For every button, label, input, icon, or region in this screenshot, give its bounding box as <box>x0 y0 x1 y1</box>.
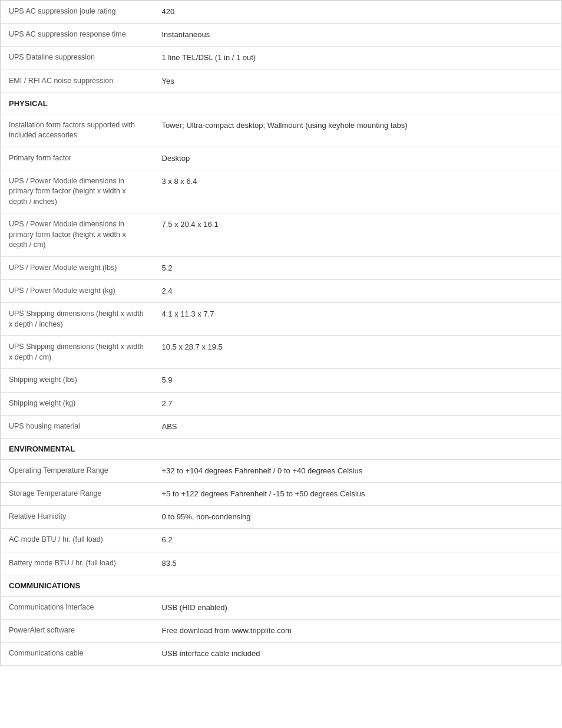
spec-row: UPS / Power Module dimensions in primary… <box>1 213 562 257</box>
spec-label: Communications cable <box>1 643 154 666</box>
spec-row: Primary form factorDesktop <box>1 147 562 170</box>
spec-label: Relative Humidity <box>1 506 154 529</box>
spec-label: UPS Shipping dimensions (height x width … <box>1 303 154 336</box>
spec-value: +32 to +104 degrees Fahrenheit / 0 to +4… <box>154 459 562 482</box>
spec-label: PowerAlert software <box>1 620 154 643</box>
spec-value: 6.2 <box>154 529 562 552</box>
spec-label: Communications interface <box>1 596 154 619</box>
spec-row: PowerAlert softwareFree download from ww… <box>1 620 562 643</box>
spec-label: AC mode BTU / hr. (full load) <box>1 529 154 552</box>
spec-value: Tower; Ultra-compact desktop; Wallmount … <box>154 114 562 147</box>
spec-row: UPS Dataline suppression1 line TEL/DSL (… <box>1 47 562 70</box>
section-header: PHYSICAL <box>1 93 562 114</box>
section-title: PHYSICAL <box>1 93 562 114</box>
spec-label: UPS Dataline suppression <box>1 47 154 70</box>
spec-label: UPS / Power Module dimensions in primary… <box>1 170 154 213</box>
spec-row: Operating Temperature Range+32 to +104 d… <box>1 459 562 482</box>
spec-row: Shipping weight (lbs)5.9 <box>1 369 562 392</box>
spec-label: UPS AC suppression joule rating <box>1 1 154 24</box>
section-title: COMMUNICATIONS <box>1 575 562 596</box>
spec-label: UPS AC suppression response time <box>1 24 154 47</box>
spec-label: Battery mode BTU / hr. (full load) <box>1 552 154 575</box>
spec-label: Installation form factors supported with… <box>1 114 154 147</box>
spec-label: Primary form factor <box>1 147 154 170</box>
spec-row: UPS AC suppression response timeInstanta… <box>1 24 562 47</box>
spec-label: Shipping weight (kg) <box>1 392 154 415</box>
spec-row: UPS housing materialABS <box>1 415 562 438</box>
spec-label: EMI / RFI AC noise suppression <box>1 70 154 93</box>
spec-label: UPS / Power Module dimensions in primary… <box>1 213 154 257</box>
spec-row: Battery mode BTU / hr. (full load)83.5 <box>1 552 562 575</box>
spec-value: 2.4 <box>154 280 562 303</box>
spec-value: ABS <box>154 415 562 438</box>
spec-label: UPS Shipping dimensions (height x width … <box>1 336 154 369</box>
spec-value: 83.5 <box>154 552 562 575</box>
spec-value: 4.1 x 11.3 x 7.7 <box>154 303 562 336</box>
spec-value: 10.5 x 28.7 x 19.5 <box>154 336 562 369</box>
spec-table: UPS AC suppression joule rating420UPS AC… <box>0 0 562 666</box>
spec-value: Instantaneous <box>154 24 562 47</box>
spec-value: USB (HID enabled) <box>154 596 562 619</box>
spec-row: AC mode BTU / hr. (full load)6.2 <box>1 529 562 552</box>
spec-row: Shipping weight (kg)2.7 <box>1 392 562 415</box>
spec-value: Free download from www.tripplite.com <box>154 620 562 643</box>
spec-value: 2.7 <box>154 392 562 415</box>
section-title: ENVIRONMENTAL <box>1 438 562 459</box>
spec-value: 420 <box>154 1 562 24</box>
spec-value: +5 to +122 degrees Fahrenheit / -15 to +… <box>154 483 562 506</box>
spec-row: Storage Temperature Range+5 to +122 degr… <box>1 483 562 506</box>
spec-row: UPS Shipping dimensions (height x width … <box>1 336 562 369</box>
spec-row: UPS / Power Module weight (lbs)5.2 <box>1 256 562 279</box>
section-header: COMMUNICATIONS <box>1 575 562 596</box>
spec-row: UPS / Power Module dimensions in primary… <box>1 170 562 213</box>
spec-row: Communications interfaceUSB (HID enabled… <box>1 596 562 619</box>
spec-label: UPS / Power Module weight (lbs) <box>1 256 154 279</box>
spec-value: 5.2 <box>154 256 562 279</box>
spec-row: UPS AC suppression joule rating420 <box>1 1 562 24</box>
spec-value: 5.9 <box>154 369 562 392</box>
spec-label: UPS / Power Module weight (kg) <box>1 280 154 303</box>
spec-value: 0 to 95%, non-condensing <box>154 506 562 529</box>
spec-value: 7.5 x 20.4 x 16.1 <box>154 213 562 257</box>
spec-label: Shipping weight (lbs) <box>1 369 154 392</box>
section-header: ENVIRONMENTAL <box>1 438 562 459</box>
spec-row: EMI / RFI AC noise suppressionYes <box>1 70 562 93</box>
spec-row: UPS Shipping dimensions (height x width … <box>1 303 562 336</box>
spec-label: Storage Temperature Range <box>1 483 154 506</box>
spec-value: USB interface cable included <box>154 643 562 666</box>
spec-value: 1 line TEL/DSL (1 in / 1 out) <box>154 47 562 70</box>
spec-row: Installation form factors supported with… <box>1 114 562 147</box>
spec-label: UPS housing material <box>1 415 154 438</box>
spec-row: Communications cableUSB interface cable … <box>1 643 562 666</box>
spec-value: Desktop <box>154 147 562 170</box>
spec-value: 3 x 8 x 6.4 <box>154 170 562 213</box>
spec-label: Operating Temperature Range <box>1 459 154 482</box>
spec-value: Yes <box>154 70 562 93</box>
spec-row: Relative Humidity0 to 95%, non-condensin… <box>1 506 562 529</box>
spec-row: UPS / Power Module weight (kg)2.4 <box>1 280 562 303</box>
